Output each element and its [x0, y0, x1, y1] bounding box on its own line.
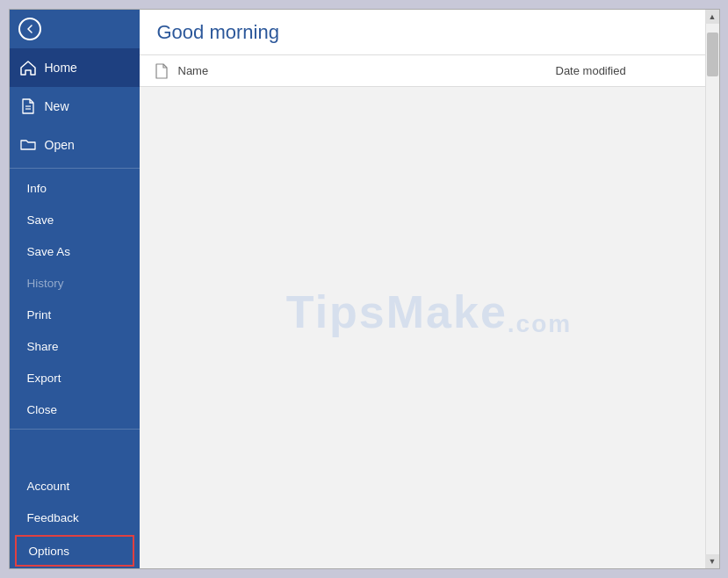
file-list-area[interactable]: Name Date modified TipsMake.com — [140, 55, 719, 568]
sidebar-item-share[interactable]: Share — [10, 330, 140, 362]
file-list-header: Name Date modified — [140, 55, 719, 87]
column-name-header: Name — [175, 64, 556, 77]
sidebar-item-history-label: History — [27, 277, 64, 290]
app-window: Home New — [9, 9, 720, 569]
main-content: Good morning Name Date modified — [140, 10, 719, 568]
scrollbar-thumb[interactable] — [707, 33, 718, 76]
scrollbar-track[interactable] — [706, 24, 719, 554]
open-folder-icon — [20, 137, 36, 153]
divider-1 — [10, 168, 140, 169]
sidebar-section-1: Info Save Save As History Print Share Ex… — [10, 172, 140, 425]
back-button[interactable] — [10, 10, 140, 48]
new-file-icon — [20, 98, 36, 114]
sidebar-item-account[interactable]: Account — [10, 470, 140, 502]
column-date-header: Date modified — [556, 64, 696, 77]
sidebar: Home New — [10, 10, 140, 568]
sidebar-item-home-label: Home — [45, 61, 77, 75]
sidebar-item-options-label: Options — [29, 545, 70, 558]
sidebar-item-info-label: Info — [27, 182, 47, 195]
back-circle-icon — [18, 18, 41, 40]
sidebar-item-feedback[interactable]: Feedback — [10, 502, 140, 533]
sidebar-item-open-label: Open — [45, 138, 75, 152]
sidebar-item-history: History — [10, 267, 140, 299]
sidebar-item-print[interactable]: Print — [10, 299, 140, 330]
divider-2 — [10, 429, 140, 430]
sidebar-section-2: Account Feedback Options — [10, 470, 140, 568]
sidebar-item-home[interactable]: Home — [10, 48, 140, 87]
sidebar-item-new[interactable]: New — [10, 87, 140, 126]
sidebar-item-feedback-label: Feedback — [27, 511, 79, 524]
page-title: Good morning — [157, 21, 279, 44]
sidebar-item-export-label: Export — [27, 372, 61, 385]
home-icon — [20, 60, 36, 76]
watermark-text: TipsMake — [286, 286, 508, 337]
sidebar-nav: Home New — [10, 48, 140, 164]
sidebar-item-save[interactable]: Save — [10, 204, 140, 235]
scroll-down-icon: ▼ — [709, 557, 717, 566]
scroll-up-icon: ▲ — [709, 12, 717, 21]
sidebar-item-save-label: Save — [27, 213, 54, 227]
sidebar-item-options[interactable]: Options — [15, 535, 134, 567]
file-list-body: TipsMake.com — [140, 87, 719, 438]
watermark: TipsMake.com — [286, 285, 572, 338]
sidebar-item-save-as[interactable]: Save As — [10, 235, 140, 267]
scrollbar[interactable]: ▲ ▼ — [705, 10, 719, 568]
sidebar-item-export[interactable]: Export — [10, 362, 140, 394]
sidebar-spacer — [10, 433, 140, 470]
sidebar-item-info[interactable]: Info — [10, 172, 140, 204]
scroll-up-button[interactable]: ▲ — [705, 10, 719, 24]
main-header: Good morning — [140, 10, 719, 55]
sidebar-item-account-label: Account — [27, 480, 70, 493]
scroll-down-button[interactable]: ▼ — [705, 554, 719, 568]
sidebar-item-open[interactable]: Open — [10, 126, 140, 164]
sidebar-item-share-label: Share — [27, 340, 59, 353]
sidebar-item-close-label: Close — [27, 403, 58, 416]
file-column-icon — [148, 63, 175, 79]
sidebar-item-print-label: Print — [27, 308, 52, 322]
sidebar-item-close[interactable]: Close — [10, 394, 140, 425]
sidebar-item-save-as-label: Save As — [27, 245, 71, 258]
watermark-sub: .com — [508, 310, 572, 337]
sidebar-item-new-label: New — [45, 99, 69, 113]
